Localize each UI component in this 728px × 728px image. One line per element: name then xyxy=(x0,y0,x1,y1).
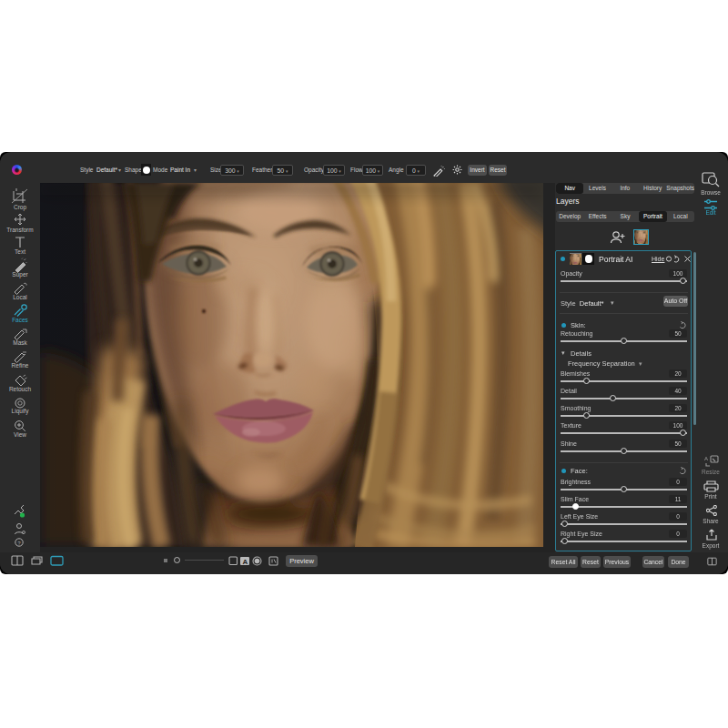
svg-text:?: ? xyxy=(17,541,20,546)
svg-text:A: A xyxy=(243,558,248,566)
svg-text:A: A xyxy=(704,456,708,461)
